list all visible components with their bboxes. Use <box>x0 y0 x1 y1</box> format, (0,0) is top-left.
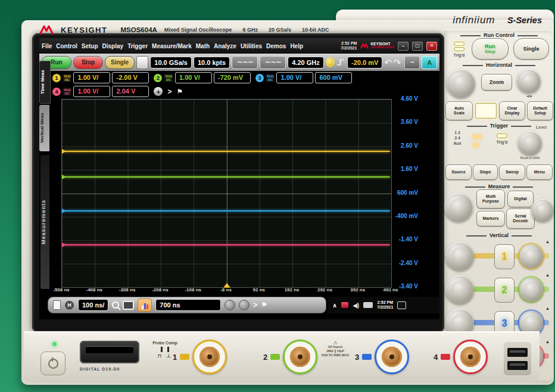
channel-2-coupling[interactable]: 50ΩDC <box>164 74 173 82</box>
digital-button[interactable]: Digital <box>507 191 534 207</box>
channel-4-coupling[interactable]: 50ΩDC <box>63 88 71 96</box>
channel-3-badge[interactable]: 3 <box>255 74 264 82</box>
markers-button[interactable]: Markers <box>476 211 505 226</box>
usb-port-2[interactable] <box>507 361 528 370</box>
tab-vertical-meas[interactable]: Vertical Meas <box>39 105 49 151</box>
pin-icon[interactable]: ⚑ <box>261 301 267 309</box>
channel-2-scale-field[interactable]: 1.00 V/ <box>175 72 212 83</box>
bandwidth-field[interactable]: 4.20 GHz <box>288 57 323 69</box>
tray-expand-icon[interactable]: ∧ <box>332 302 337 309</box>
trigger-menu-button[interactable]: Menu <box>526 164 553 180</box>
waveform-plot[interactable] <box>61 99 392 288</box>
waveform-button-2[interactable]: ∼∼∼ <box>260 56 286 69</box>
menu-item-measuremark[interactable]: Measure/Mark <box>152 43 192 49</box>
zoom-button[interactable]: Zoom <box>481 74 512 91</box>
trigger-sweep-button[interactable]: Sweep <box>499 164 525 180</box>
channel-4-scale-field[interactable]: 1.00 V/ <box>73 86 110 97</box>
channel-2-offset-knob[interactable] <box>519 278 543 301</box>
horizontal-badge[interactable]: H <box>64 300 74 310</box>
menu-item-analyze[interactable]: Analyze <box>214 43 236 49</box>
stop-button[interactable]: Stop <box>73 56 103 69</box>
clear-display-button[interactable]: Clear Display <box>499 101 525 120</box>
horizontal-scale-knob[interactable] <box>447 69 475 98</box>
marker-tool-icon-2[interactable] <box>239 300 250 310</box>
horizontal-position-knob[interactable] <box>517 69 541 93</box>
notes-icon[interactable] <box>53 300 61 310</box>
channel-3-coupling[interactable]: 50ΩDC <box>266 74 275 82</box>
cursors-knob[interactable] <box>444 193 473 222</box>
maximize-button[interactable]: ▢ <box>412 42 423 51</box>
touch-button[interactable] <box>475 103 497 119</box>
default-setup-button[interactable]: Default Setup <box>527 101 553 120</box>
menu-item-setup[interactable]: Setup <box>82 43 98 49</box>
channel-2-on-button[interactable]: 2 <box>494 278 515 303</box>
action-center-icon[interactable] <box>397 301 406 309</box>
blank-chip[interactable] <box>136 56 148 69</box>
expand-arrow-icon[interactable]: > <box>167 88 172 96</box>
channel-1-badge[interactable]: 1 <box>52 74 61 82</box>
redo-icon[interactable]: ↷ <box>394 57 401 68</box>
channel-2-badge[interactable]: 2 <box>154 74 162 82</box>
channel-1-offset-field[interactable]: -2.00 V <box>112 72 149 83</box>
run-stop-button[interactable]: RunStop <box>472 38 509 60</box>
input-4-connector[interactable] <box>453 340 488 374</box>
undo-icon[interactable]: ↶ <box>384 57 392 68</box>
close-button[interactable]: ✕ <box>426 42 437 51</box>
tray-clock[interactable]: 2:52 PM 7/2/2021 <box>377 300 393 310</box>
trigger-source-icon[interactable] <box>326 57 335 67</box>
channel-2-offset-field[interactable]: -720 mV <box>214 72 251 83</box>
channel-1-offset-knob[interactable] <box>519 244 543 268</box>
tab-time-meas[interactable]: Time Meas <box>39 61 51 104</box>
auto-scale-button[interactable]: Auto Scale <box>445 101 473 120</box>
waveform-chip-icon[interactable]: ∼ <box>404 56 420 69</box>
trigger-slope-button[interactable]: Slope <box>473 164 498 180</box>
trigger-level-field[interactable]: -20.0 mV <box>347 57 382 69</box>
menu-item-utilities[interactable]: Utilities <box>241 43 262 49</box>
channel-4-offset-field[interactable]: 2.04 V <box>112 86 149 97</box>
trigger-source-button[interactable]: Source <box>445 164 472 180</box>
channel-1-on-button[interactable]: 1 <box>494 244 515 269</box>
trigger-level-knob[interactable] <box>518 131 542 155</box>
channel-2-scale-knob[interactable] <box>445 275 474 304</box>
input-2-connector[interactable] <box>283 340 317 374</box>
single-button[interactable]: Single <box>105 56 135 69</box>
timebase-field[interactable]: 100 ns/ <box>78 299 108 311</box>
sample-rate-field[interactable]: 10.0 GSa/s <box>150 57 192 69</box>
menu-item-control[interactable]: Control <box>56 43 77 49</box>
histogram-tool-icon[interactable] <box>138 298 152 312</box>
channel-3-scale-field[interactable]: 1.00 V/ <box>276 72 313 83</box>
touch-assist-chip[interactable]: A <box>422 56 437 69</box>
menu-item-display[interactable]: Display <box>102 43 124 49</box>
memory-depth-field[interactable]: 10.0 kpts <box>194 57 230 69</box>
rising-edge-icon[interactable] <box>336 58 345 67</box>
keyboard-icon[interactable] <box>363 302 373 308</box>
channel-1-scale-field[interactable]: 1.00 V/ <box>73 72 110 83</box>
marker-tool-icon-1[interactable] <box>225 300 235 310</box>
speaker-icon[interactable]: ◀) <box>353 302 359 309</box>
single-hard-button[interactable]: Single <box>513 38 549 60</box>
add-waveform-button[interactable]: + <box>154 87 163 96</box>
serial-decode-button[interactable]: Serial Decode <box>506 209 535 229</box>
minimize-button[interactable]: ‒ <box>398 42 409 51</box>
menu-item-trigger[interactable]: Trigger <box>127 43 148 49</box>
channel-4-badge[interactable]: 4 <box>52 88 61 96</box>
zoom-out-icon[interactable] <box>112 301 119 309</box>
channel-1-coupling[interactable]: 50ΩDC <box>63 74 71 82</box>
expand-arrow-icon[interactable]: > <box>253 301 257 309</box>
channel-3-offset-field[interactable]: 600 mV <box>315 72 352 83</box>
usb-port-1[interactable] <box>507 348 528 357</box>
menu-item-math[interactable]: Math <box>196 43 210 49</box>
tray-keysight-icon[interactable] <box>341 302 348 308</box>
pin-icon[interactable]: ⚑ <box>177 88 183 96</box>
measure-push-knob[interactable] <box>531 199 554 222</box>
tab-measurements[interactable]: Measurements <box>40 155 49 289</box>
menu-item-file[interactable]: File <box>42 43 52 49</box>
menu-item-demos[interactable]: Demos <box>266 43 286 49</box>
channel-1-scale-knob[interactable] <box>445 242 474 270</box>
waveform-button-1[interactable]: ∼∼∼ <box>232 56 258 69</box>
menu-item-help[interactable]: Help <box>290 43 303 49</box>
display-icon[interactable] <box>123 301 134 310</box>
multi-purpose-button[interactable]: Multi Purpose <box>476 189 505 209</box>
input-1-connector[interactable] <box>192 340 227 374</box>
input-3-connector[interactable] <box>375 340 409 374</box>
